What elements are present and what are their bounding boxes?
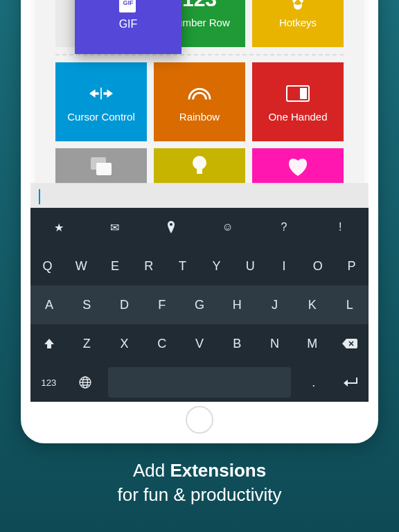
tile-label: One Handed [268, 111, 327, 123]
keyboard-row-space: 123 . [30, 363, 369, 402]
dock-right-icon [286, 82, 310, 105]
heart-icon [286, 154, 310, 178]
tablet-frame: 123 Number Row Hotkeys [21, 0, 378, 443]
key-o[interactable]: O [301, 247, 335, 285]
key-y[interactable]: Y [200, 247, 233, 285]
key-p[interactable]: P [335, 247, 369, 285]
keyboard-row-home: A S D F G H J K L [30, 285, 369, 324]
svg-rect-5 [197, 168, 202, 174]
number-123-label: 123 [182, 0, 217, 11]
keyboard-row-bottom: Z X C V B N M [30, 324, 369, 363]
key-q[interactable]: Q [30, 247, 64, 285]
key-k[interactable]: K [294, 285, 331, 324]
keyboard: ★ ✉ ☺ ? ! Q W E R T Y U I O P A S [30, 208, 369, 402]
tile-shortcuts[interactable] [55, 148, 147, 184]
key-globe[interactable] [67, 363, 104, 402]
key-d[interactable]: D [105, 285, 143, 324]
marketing-caption: Add Extensions for fun & productivity [0, 459, 399, 507]
home-button[interactable] [186, 406, 213, 434]
key-v[interactable]: V [181, 324, 218, 363]
svg-rect-1 [300, 88, 307, 99]
key-a[interactable]: A [30, 285, 68, 324]
tile-hotkeys[interactable]: Hotkeys [252, 0, 344, 47]
key-c[interactable]: C [143, 324, 181, 363]
tile-rainbow[interactable]: Rainbow [154, 62, 245, 141]
extensions-panel: 123 Number Row Hotkeys [35, 0, 364, 202]
keyboard-shortcut-row: ★ ✉ ☺ ? ! [30, 208, 369, 247]
key-shift[interactable] [30, 324, 68, 363]
key-z[interactable]: Z [68, 324, 105, 363]
tile-label: Rainbow [179, 111, 220, 123]
key-u[interactable]: U [233, 247, 267, 285]
tile-one-handed[interactable]: One Handed [252, 62, 344, 141]
cursor-arrows-icon [89, 82, 113, 105]
kbd-star-icon[interactable]: ★ [30, 208, 87, 247]
text-cursor [39, 189, 40, 204]
stack-icon [89, 154, 113, 178]
kbd-question[interactable]: ? [256, 208, 312, 247]
gif-file-icon: GIF [119, 0, 137, 12]
key-h[interactable]: H [218, 285, 256, 324]
key-t[interactable]: T [166, 247, 200, 285]
key-f[interactable]: F [143, 285, 181, 324]
svg-rect-3 [96, 163, 112, 175]
tile-favorites[interactable] [252, 148, 344, 184]
key-l[interactable]: L [331, 285, 369, 324]
kbd-exclaim[interactable]: ! [312, 208, 369, 247]
key-g[interactable]: G [181, 285, 218, 324]
tile-label: Cursor Control [67, 111, 135, 123]
tile-label: GIF [119, 18, 138, 30]
tile-gif-dragging[interactable]: GIF GIF [75, 0, 181, 54]
tile-row-3 [55, 148, 344, 184]
key-n[interactable]: N [256, 324, 293, 363]
kbd-mail-icon[interactable]: ✉ [87, 208, 143, 247]
screen: 123 Number Row Hotkeys [30, 0, 369, 402]
key-b[interactable]: B [218, 324, 256, 363]
key-period[interactable]: . [295, 363, 332, 402]
key-x[interactable]: X [105, 324, 143, 363]
tile-cursor-control[interactable]: Cursor Control [55, 62, 147, 141]
svg-text:GIF: GIF [123, 0, 134, 6]
key-j[interactable]: J [256, 285, 293, 324]
kbd-smile-icon[interactable]: ☺ [200, 208, 256, 247]
divider-dashed [55, 54, 344, 55]
key-s[interactable]: S [68, 285, 105, 324]
key-r[interactable]: R [132, 247, 166, 285]
kbd-pin-icon[interactable] [143, 208, 200, 247]
bulb-icon [188, 154, 211, 178]
tile-row-2: Cursor Control Rainbow One Handed [55, 62, 344, 141]
tile-tips[interactable] [154, 148, 245, 184]
key-enter[interactable] [332, 363, 369, 402]
tile-label: Hotkeys [279, 17, 317, 28]
key-m[interactable]: M [294, 324, 331, 363]
rainbow-icon [188, 82, 211, 105]
keyboard-row-qwerty: Q W E R T Y U I O P [30, 247, 369, 285]
svg-point-4 [193, 156, 206, 170]
key-123[interactable]: 123 [30, 363, 67, 402]
key-space[interactable] [108, 367, 291, 398]
flame-icon [286, 0, 310, 11]
key-i[interactable]: I [267, 247, 301, 285]
key-backspace[interactable] [331, 324, 369, 363]
text-input-strip[interactable] [30, 183, 369, 211]
key-w[interactable]: W [64, 247, 98, 285]
key-e[interactable]: E [98, 247, 132, 285]
